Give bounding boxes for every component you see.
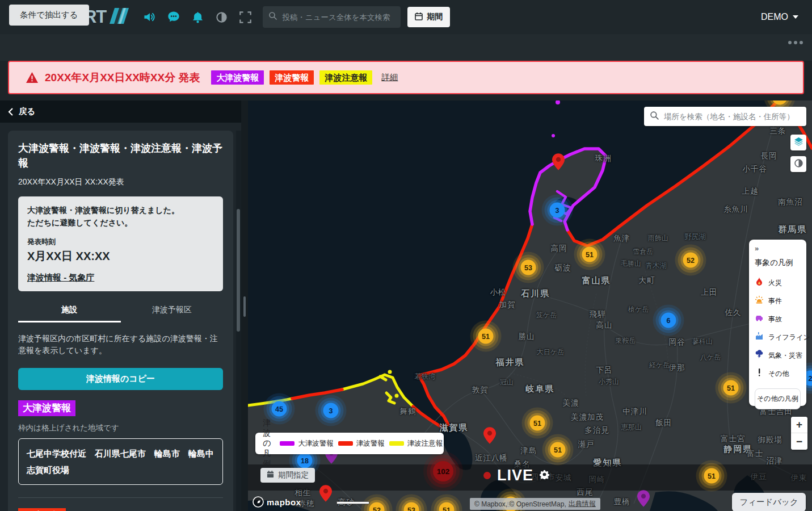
event-legend-items: 火災事件事故ライフライン気象・災害その他 [755, 274, 801, 383]
period-button[interactable]: 期間 [407, 7, 450, 27]
tsunami-notice-box: 大津波警報・津波警報に切り替えました。 ただちに避難してください。 発表時刻 X… [18, 196, 223, 291]
red-map-pin-icon[interactable] [483, 427, 496, 446]
global-search-input[interactable] [282, 13, 395, 22]
warning-level-badge: 津波警報 [270, 70, 314, 85]
event-legend-item[interactable]: 火災 [755, 274, 801, 292]
lifeline-icon [755, 332, 764, 343]
sidebar-scrollbar[interactable] [236, 131, 241, 511]
other-legend-button[interactable]: その他の凡例 [755, 388, 801, 409]
warning-triangle-icon [26, 72, 38, 83]
tsunami-legend-title: 津波の凡例 [263, 418, 271, 469]
live-label: LIVE [497, 467, 533, 484]
notice-line-1: 大津波警報・津波警報に切り替えました。 [27, 204, 214, 217]
issue-time-caption: 発表時刻 [27, 237, 214, 247]
chat-icon[interactable] [167, 11, 180, 23]
back-button[interactable]: 戻る [0, 100, 241, 123]
copy-tsunami-info-button[interactable]: 津波情報のコピー [18, 368, 223, 390]
map-attribution: © Mapbox, © OpenStreetMap, 出典情報 [470, 498, 600, 510]
tsunami-detail-sidebar: 戻る 大津波警報・津波警報・津波注意報・津波予報 20XX年XX月XX日 XX:… [0, 100, 241, 511]
map-canvas[interactable]: 珠洲三条長岡小千谷上越糸魚川南魚沼群馬県魚津高岡砺波雪倉岳毛勝山青木湖雨飾山野尻… [248, 100, 812, 511]
warning-level-badge: 大津波警報 [211, 70, 264, 85]
issue-time-value: X月XX日 XX:XX [27, 249, 214, 264]
attribution-source-link[interactable]: 出典情報 [569, 499, 596, 509]
tsunami-legend-item: 大津波警報 [280, 439, 334, 449]
map-scale-bar [336, 501, 369, 504]
alert-details-link[interactable]: 詳細 [381, 72, 398, 83]
zoom-in-button[interactable]: + [791, 417, 807, 433]
navbar-icon-group [144, 11, 251, 23]
legend-color-chip [338, 441, 353, 446]
notice-line-2: ただちに避難してください。 [27, 217, 214, 229]
flame-icon [755, 277, 764, 288]
card-issued-datetime: 20XX年XX月XX日 XX:XX発表 [18, 177, 223, 187]
red-map-pin-icon[interactable] [319, 485, 332, 504]
tsunami-info-card: 大津波警報・津波警報・津波注意報・津波予報 20XX年XX月XX日 XX:XX発… [8, 131, 233, 511]
fastalert-app: FASTALERT [0, 0, 812, 511]
sidebar-tabs: 施設 津波予報区 [18, 305, 223, 322]
filter-by-condition-button[interactable]: 条件で抽出する [9, 5, 89, 26]
calendar-icon [415, 12, 423, 22]
search-icon [268, 11, 277, 23]
event-legend-item[interactable]: 事故 [755, 310, 801, 328]
calendar-icon [267, 471, 274, 480]
warning-level-badge: 津波注意報 [319, 70, 372, 85]
bell-icon[interactable] [191, 11, 204, 23]
period-specify-button[interactable]: 期間指定 [260, 468, 315, 483]
legend-color-chip [280, 441, 294, 446]
mapbox-icon [253, 496, 264, 508]
major-tsunami-warning-badge: 大津波警報 [18, 400, 75, 416]
tab-facilities[interactable]: 施設 [18, 305, 121, 322]
jma-tsunami-info-link[interactable]: 津波情報 - 気象庁 [27, 273, 94, 283]
fullscreen-icon[interactable] [239, 11, 251, 23]
event-legend-item[interactable]: 気象・災害 [755, 346, 801, 365]
exclamation-icon [755, 368, 764, 379]
top-navbar: FASTALERT [0, 0, 812, 34]
zoom-out-button[interactable]: − [791, 433, 807, 450]
storm-icon [755, 350, 764, 361]
alert-datetime: 20XX年X月XX日XX時XX分 発表 [45, 70, 200, 85]
global-search [263, 6, 401, 28]
live-indicator: LIVE [483, 467, 549, 484]
account-label: DEMO [761, 12, 788, 22]
chevron-down-icon [793, 15, 798, 19]
speaker-icon[interactable] [144, 11, 156, 23]
tab-description: 津波予報区内の市区町村に所在する施設の津波警報・注意報を表示しています。 [18, 333, 223, 357]
map-contrast-button[interactable] [790, 156, 806, 172]
gear-icon[interactable] [540, 470, 549, 481]
tsunami-legend-item: 津波警報 [338, 439, 385, 449]
sidebar-scrollbar-thumb[interactable] [237, 209, 240, 332]
section-divider [18, 497, 223, 498]
event-legend-item[interactable]: ライフライン [755, 328, 801, 346]
map-place-search-input[interactable] [664, 112, 801, 121]
alert-badge-group: 大津波警報津波警報津波注意報 [211, 70, 372, 85]
card-title: 大津波警報・津波警報・津波注意報・津波予報 [18, 141, 223, 170]
tsunami-alert-banner: 20XX年X月XX日XX時XX分 発表 大津波警報津波警報津波注意報 詳細 [8, 61, 804, 94]
mapbox-logo[interactable]: mapbox [253, 496, 301, 508]
tsunami-warning-badge: 津波警報 [18, 508, 66, 511]
purple-map-pin-icon[interactable] [637, 490, 650, 509]
car-accident-icon [755, 313, 764, 325]
tsunami-legend-item: 津波注意報 [389, 439, 443, 449]
layers-icon [794, 137, 803, 149]
more-options-icon[interactable] [788, 41, 803, 44]
collapse-panel-icon[interactable]: » [755, 244, 801, 253]
contrast-icon[interactable] [215, 11, 228, 23]
chevron-left-icon [8, 108, 14, 116]
event-legend-item[interactable]: 事件 [755, 292, 801, 310]
sub-toolbar [0, 34, 812, 61]
upgraded-area-list: 七尾中学校付近 石川県七尾市 輪島市 輪島中 志賀町役場 [18, 438, 223, 485]
sidebar-resize-handle[interactable] [243, 296, 246, 317]
map-layers-button[interactable] [790, 135, 806, 150]
sidebar-resize-gutter [241, 100, 248, 511]
tsunami-legend: 津波の凡例 大津波警報津波警報津波注意報 [255, 433, 444, 454]
contrast-icon [794, 158, 803, 170]
feedback-button[interactable]: フィードバック [732, 493, 806, 511]
account-menu[interactable]: DEMO [761, 12, 798, 22]
event-legend-item[interactable]: その他 [755, 365, 801, 383]
search-icon [650, 111, 659, 123]
red-map-pin-icon[interactable] [552, 153, 565, 173]
tab-forecast-zones[interactable]: 津波予報区 [121, 305, 224, 322]
siren-icon [755, 295, 764, 307]
tsunami-warning-section: 津波警報 枠内は格上げされた地域です 福井県_0 福井県_1 福井県_2 福井県… [18, 508, 223, 511]
fastalert-logo-mark-icon [110, 8, 129, 26]
